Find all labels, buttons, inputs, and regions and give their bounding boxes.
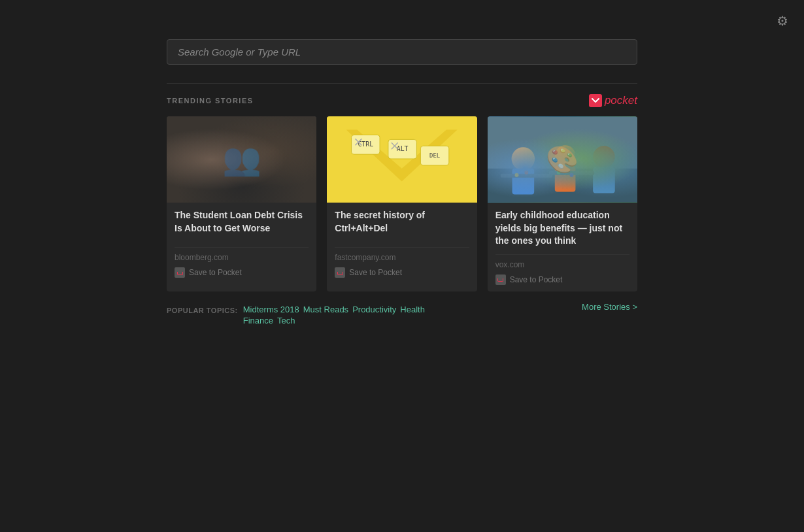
card-1-body: The Student Loan Debt Crisis Is About to…	[167, 203, 316, 284]
popular-topics: POPULAR TOPICS: Midterms 2018 Must Reads…	[167, 305, 425, 327]
card-image-2: CTRL ALT DEL	[327, 116, 477, 203]
save-pocket-button-3[interactable]: Save to Pocket	[495, 274, 563, 285]
svg-rect-22	[488, 117, 637, 202]
svg-rect-30	[500, 174, 552, 178]
pocket-logo: pocket	[589, 94, 637, 107]
svg-point-34	[556, 171, 560, 175]
svg-point-28	[593, 146, 615, 168]
pocket-save-icon-1	[175, 267, 185, 278]
card-image-1	[167, 116, 316, 203]
svg-rect-8	[220, 162, 231, 176]
svg-text:DEL: DEL	[429, 152, 440, 159]
story-card-3[interactable]: Early childhood education yields big ben…	[488, 116, 637, 291]
topic-productivity[interactable]: Productivity	[352, 305, 396, 314]
main-content: TRENDING STORIES pocket	[167, 39, 637, 327]
card-2-body: The secret history of Ctrl+Alt+Del fastc…	[327, 203, 477, 284]
card-2-title: The secret history of Ctrl+Alt+Del	[335, 209, 469, 241]
svg-point-24	[511, 147, 535, 171]
save-label-1: Save to Pocket	[189, 268, 242, 277]
trending-header: TRENDING STORIES pocket	[167, 94, 637, 107]
svg-rect-10	[327, 117, 477, 202]
pocket-save-icon-2	[335, 267, 345, 278]
svg-point-4	[228, 142, 273, 203]
divider	[167, 83, 637, 84]
svg-point-32	[514, 173, 518, 177]
card-1-title: The Student Loan Debt Crisis Is About to…	[175, 209, 309, 241]
trending-label: TRENDING STORIES	[167, 97, 254, 105]
search-input[interactable]	[167, 39, 637, 65]
svg-rect-0	[589, 94, 602, 107]
svg-rect-31	[549, 171, 594, 175]
card-image-3	[488, 116, 637, 203]
svg-rect-9	[244, 159, 258, 175]
card-3-title: Early childhood education yields big ben…	[495, 209, 629, 248]
svg-point-6	[295, 158, 317, 203]
card-3-source: vox.com	[495, 254, 629, 269]
svg-point-5	[265, 153, 301, 203]
card-2-svg: CTRL ALT DEL	[327, 116, 477, 203]
story-card-1[interactable]: The Student Loan Debt Crisis Is About to…	[167, 116, 316, 291]
popular-topics-row: POPULAR TOPICS: Midterms 2018 Must Reads…	[167, 302, 637, 327]
card-3-body: Early childhood education yields big ben…	[488, 203, 637, 291]
cards-grid: The Student Loan Debt Crisis Is About to…	[167, 116, 637, 291]
svg-point-33	[524, 171, 528, 175]
topics-row-1: Midterms 2018 Must Reads Productivity He…	[243, 305, 425, 314]
topic-finance[interactable]: Finance	[243, 316, 273, 325]
svg-rect-29	[593, 167, 615, 193]
card-1-source: bloomberg.com	[175, 247, 309, 262]
settings-button[interactable]: ⚙	[777, 14, 788, 27]
topics-links: Midterms 2018 Must Reads Productivity He…	[243, 305, 425, 327]
pocket-brand-name: pocket	[605, 94, 637, 107]
svg-rect-1	[167, 117, 316, 202]
pocket-save-icon-3	[495, 274, 506, 285]
topic-must-reads[interactable]: Must Reads	[303, 305, 348, 314]
svg-point-35	[569, 173, 573, 177]
svg-point-3	[209, 149, 241, 203]
svg-point-2	[180, 156, 218, 203]
svg-text:ALT: ALT	[397, 145, 409, 152]
topic-midterms-2018[interactable]: Midterms 2018	[243, 305, 299, 314]
card-1-svg	[167, 116, 316, 203]
story-card-2[interactable]: CTRL ALT DEL The secret history of Ctrl+…	[327, 116, 477, 291]
topics-row-2: Finance Tech	[243, 316, 425, 325]
card-2-source: fastcompany.com	[335, 247, 469, 262]
svg-point-26	[554, 145, 575, 166]
svg-rect-27	[554, 166, 575, 192]
svg-rect-23	[488, 169, 637, 202]
save-label-3: Save to Pocket	[510, 275, 563, 284]
save-label-2: Save to Pocket	[349, 268, 402, 277]
card-3-svg	[488, 116, 637, 203]
topic-health[interactable]: Health	[400, 305, 425, 314]
save-pocket-button-1[interactable]: Save to Pocket	[175, 267, 242, 278]
pocket-brand-icon	[589, 94, 602, 107]
svg-rect-7	[167, 117, 316, 143]
popular-topics-label: POPULAR TOPICS:	[167, 305, 238, 318]
save-pocket-button-2[interactable]: Save to Pocket	[335, 267, 402, 278]
topic-tech[interactable]: Tech	[277, 316, 295, 325]
svg-rect-25	[512, 169, 534, 195]
more-stories-button[interactable]: More Stories >	[582, 302, 637, 312]
